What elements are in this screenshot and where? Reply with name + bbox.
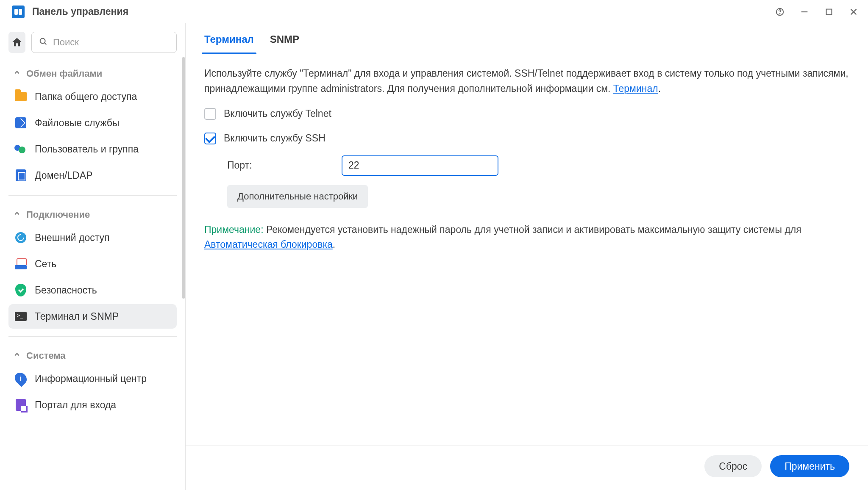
enable-telnet-label: Включить службу Telnet xyxy=(224,106,331,122)
sidebar-item-label: Внешний доступ xyxy=(35,232,110,244)
sidebar-item-label: Сеть xyxy=(35,258,56,270)
chevron-up-icon xyxy=(13,350,21,361)
note-text: Примечание: Рекомендуется установить над… xyxy=(204,222,849,252)
chevron-up-icon xyxy=(13,68,21,79)
sidebar-item-label: Домен/LDAP xyxy=(35,169,92,182)
tab-terminal[interactable]: Терминал xyxy=(204,33,254,54)
tab-bar: Терминал SNMP xyxy=(186,23,868,54)
close-button[interactable] xyxy=(848,6,860,18)
svg-point-6 xyxy=(40,39,45,44)
sidebar-item-label: Информационный центр xyxy=(35,373,147,385)
svg-rect-3 xyxy=(826,9,832,14)
app-icon xyxy=(12,6,25,18)
enable-ssh-row: Включить службу SSH xyxy=(204,131,849,146)
domain-icon xyxy=(14,169,27,182)
sidebar-section-system[interactable]: Система xyxy=(8,343,177,366)
info-icon xyxy=(14,372,27,385)
search-icon xyxy=(39,37,48,48)
svg-line-7 xyxy=(45,43,46,44)
port-label: Порт: xyxy=(227,158,329,173)
titlebar: Панель управления xyxy=(0,0,868,23)
sidebar-section-label: Система xyxy=(26,350,66,361)
enable-ssh-label: Включить службу SSH xyxy=(224,131,326,146)
description-text: Используйте службу "Терминал" для входа … xyxy=(204,66,849,96)
sidebar-item-user-group[interactable]: Пользователь и группа xyxy=(8,137,177,161)
advanced-settings-button[interactable]: Дополнительные настройки xyxy=(227,185,368,208)
sidebar-item-info-center[interactable]: Информационный центр xyxy=(8,366,177,391)
help-button[interactable] xyxy=(774,6,786,18)
terminal-icon xyxy=(14,310,27,323)
sidebar-item-file-services[interactable]: Файловые службы xyxy=(8,111,177,135)
note-suffix: . xyxy=(333,239,335,250)
search-box[interactable] xyxy=(31,32,177,53)
auto-block-link[interactable]: Автоматическая блокировка xyxy=(204,239,333,250)
sidebar-item-login-portal[interactable]: Портал для входа xyxy=(8,393,177,417)
sidebar-item-label: Пользователь и группа xyxy=(35,143,139,155)
ssh-port-row: Порт: xyxy=(227,155,849,176)
sidebar-item-label: Файловые службы xyxy=(35,117,120,129)
description-suffix: . xyxy=(658,83,661,94)
sidebar-item-network[interactable]: Сеть xyxy=(8,252,177,276)
enable-telnet-checkbox[interactable] xyxy=(204,108,216,120)
svg-point-1 xyxy=(779,14,780,14)
tab-snmp[interactable]: SNMP xyxy=(270,33,299,54)
network-icon xyxy=(14,257,27,270)
sidebar-item-terminal-snmp[interactable]: Терминал и SNMP xyxy=(8,304,177,329)
description-prefix: Используйте службу "Терминал" для входа … xyxy=(204,68,849,94)
maximize-button[interactable] xyxy=(823,6,835,18)
shield-icon xyxy=(14,284,27,296)
reset-button[interactable]: Сброс xyxy=(704,455,762,477)
minimize-button[interactable] xyxy=(798,6,810,18)
note-label: Примечание: xyxy=(204,224,264,235)
divider xyxy=(8,336,177,337)
enable-telnet-row: Включить службу Telnet xyxy=(204,106,849,122)
divider xyxy=(8,195,177,196)
home-button[interactable] xyxy=(8,32,25,53)
sidebar: Обмен файлами Папка общего доступа Файло… xyxy=(0,23,186,490)
portal-icon xyxy=(14,399,27,411)
sidebar-item-external-access[interactable]: Внешний доступ xyxy=(8,225,177,250)
sidebar-item-label: Папка общего доступа xyxy=(35,91,137,103)
sidebar-section-label: Обмен файлами xyxy=(26,68,102,79)
note-prefix: Рекомендуется установить надежный пароль… xyxy=(264,224,801,235)
main-panel: Терминал SNMP Используйте службу "Термин… xyxy=(186,23,868,490)
sidebar-item-domain-ldap[interactable]: Домен/LDAP xyxy=(8,163,177,188)
sidebar-scrollbar[interactable] xyxy=(182,57,185,299)
chevron-up-icon xyxy=(13,209,21,220)
apply-button[interactable]: Применить xyxy=(770,455,849,477)
sidebar-section-file-sharing[interactable]: Обмен файлами xyxy=(8,61,177,84)
terminal-help-link[interactable]: Терминал xyxy=(613,83,658,94)
sidebar-item-label: Безопасность xyxy=(35,284,97,296)
users-icon xyxy=(14,143,27,155)
sidebar-section-connectivity[interactable]: Подключение xyxy=(8,202,177,225)
sidebar-section-label: Подключение xyxy=(26,209,90,220)
window-title: Панель управления xyxy=(32,6,774,17)
tab-content: Используйте службу "Терминал" для входа … xyxy=(186,54,868,446)
sidebar-item-label: Портал для входа xyxy=(35,399,116,411)
external-access-icon xyxy=(14,231,27,244)
sidebar-item-shared-folder[interactable]: Папка общего доступа xyxy=(8,84,177,109)
sidebar-item-security[interactable]: Безопасность xyxy=(8,278,177,302)
sidebar-item-label: Терминал и SNMP xyxy=(35,310,119,323)
port-input[interactable] xyxy=(342,155,498,176)
enable-ssh-checkbox[interactable] xyxy=(204,133,216,144)
footer: Сброс Применить xyxy=(186,446,868,490)
search-input[interactable] xyxy=(53,37,170,48)
file-services-icon xyxy=(14,116,27,129)
folder-icon xyxy=(14,90,27,103)
